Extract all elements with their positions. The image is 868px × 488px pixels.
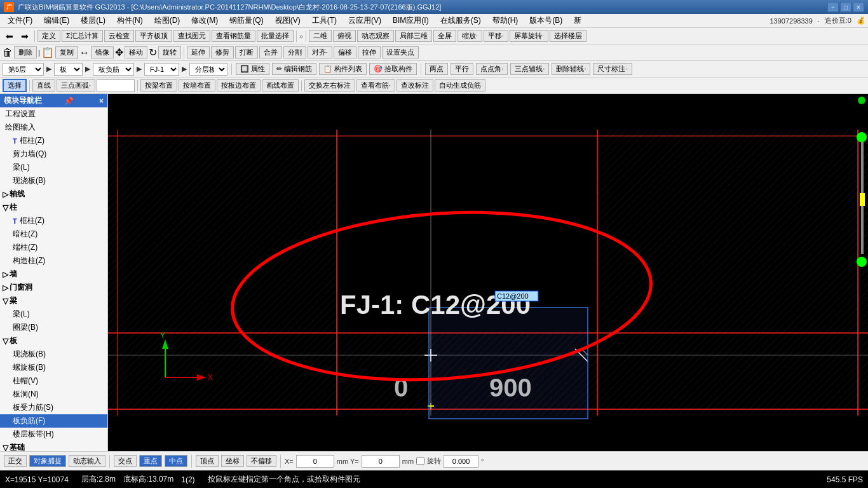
intersection-button[interactable]: 交点	[114, 455, 137, 467]
rebar-num-select[interactable]: FJ-1	[144, 63, 179, 76]
menu-component[interactable]: 构件(N)	[112, 14, 148, 27]
menu-bim[interactable]: BIM应用(I)	[388, 14, 434, 27]
vertex-button[interactable]: 顶点	[196, 455, 219, 467]
move-icon[interactable]: ✥	[115, 46, 123, 58]
by-wall-button[interactable]: 按墙布置	[179, 79, 215, 92]
menu-draw[interactable]: 绘图(D)	[149, 14, 186, 27]
dynamic-input-button[interactable]: 动态输入	[69, 455, 105, 467]
line-button[interactable]: 直线	[32, 79, 55, 92]
rotate-icon[interactable]: ↻	[149, 46, 157, 58]
midpoint-button[interactable]: 重点	[139, 455, 162, 467]
menu-cloud[interactable]: 云应用(V)	[343, 14, 386, 27]
top-view-button[interactable]: 俯视	[333, 30, 356, 42]
sidebar-child-floor-band[interactable]: 楼层板带(H)	[0, 428, 107, 441]
summary-button[interactable]: Σ汇总计算	[62, 30, 103, 42]
zoom-button[interactable]: 缩放·	[458, 30, 482, 42]
sidebar-child-shear-wall[interactable]: 剪力墙(Q)	[0, 147, 107, 161]
sidebar-group-slab[interactable]: ▽ 板	[0, 334, 107, 348]
maximize-button[interactable]: □	[840, 2, 851, 12]
level-board-button[interactable]: 平齐板顶	[135, 30, 172, 42]
canvas-area[interactable]: FJ-1: C12@200 C12@200 0 900 Y X	[108, 94, 868, 451]
rebar-type-select[interactable]: 板负筋	[93, 63, 134, 76]
local-3d-button[interactable]: 局部三维	[395, 30, 432, 42]
sidebar-group-column[interactable]: ▽ 柱	[0, 201, 107, 214]
split-button[interactable]: 分割	[283, 46, 306, 58]
sidebar-item-draw-input[interactable]: 绘图输入	[0, 121, 107, 134]
sidebar-child-cast-slab2[interactable]: 现浇板(B)	[0, 348, 107, 361]
sidebar-child-beam-quick[interactable]: 梁(L)	[0, 161, 107, 174]
two-point-button[interactable]: 两点	[425, 63, 448, 75]
coord-button[interactable]: 坐标	[221, 455, 244, 467]
mirror-icon[interactable]: ↔	[79, 47, 90, 58]
menu-version[interactable]: 版本号(B)	[524, 14, 567, 27]
menu-rebar[interactable]: 钢筋量(Q)	[224, 14, 268, 27]
menu-edit[interactable]: 编辑(E)	[39, 14, 74, 27]
extend-button[interactable]: 延伸	[187, 46, 210, 58]
sidebar-child-ring-beam[interactable]: 圈梁(B)	[0, 321, 107, 334]
menu-view[interactable]: 视图(V)	[270, 14, 306, 27]
define-button[interactable]: 定义	[37, 30, 60, 42]
sidebar-item-project-setup[interactable]: 工程设置	[0, 107, 107, 121]
copy-icon[interactable]: 📋	[41, 46, 54, 58]
cloud-check-button[interactable]: 云检查	[104, 30, 134, 42]
offset-button[interactable]: 偏移	[334, 46, 356, 58]
x-input[interactable]	[296, 455, 334, 468]
sidebar-child-beam[interactable]: 梁(L)	[0, 308, 107, 321]
find-elem-button[interactable]: 查找图元	[173, 30, 210, 42]
parallel-button[interactable]: 平行	[451, 63, 473, 75]
forward-icon[interactable]: ➡	[18, 29, 32, 43]
menu-help[interactable]: 帮助(H)	[487, 14, 524, 27]
by-beam-button[interactable]: 按梁布置	[140, 79, 177, 92]
rotate-checkbox[interactable]	[416, 457, 424, 465]
angle-button[interactable]: 点点角·	[476, 63, 508, 75]
pan-button[interactable]: 平移·	[484, 30, 508, 42]
fullscreen-button[interactable]: 全屏	[433, 30, 456, 42]
no-offset-button[interactable]: 不偏移	[247, 455, 276, 467]
sidebar-group-beam[interactable]: ▽ 梁	[0, 294, 107, 308]
sidebar-group-door-window[interactable]: ▷ 门窗洞	[0, 281, 107, 294]
three-point-button[interactable]: 三点辅线·	[510, 63, 549, 75]
move-button[interactable]: 移动	[125, 46, 147, 58]
delete-icon[interactable]: 🗑	[3, 47, 13, 58]
sidebar-group-axis[interactable]: ▷ 轴线	[0, 187, 107, 201]
select-floor-button[interactable]: 选择楼层	[550, 30, 587, 42]
y-input[interactable]	[362, 455, 400, 468]
sidebar-close-icon[interactable]: ×	[99, 97, 104, 105]
dist-select[interactable]: 分层板1	[189, 63, 227, 76]
menu-new[interactable]: 新	[569, 14, 587, 27]
sidebar-child-hidden-col[interactable]: 暗柱(Z)	[0, 227, 107, 241]
property-button[interactable]: 🔲 属性	[236, 63, 269, 75]
close-button[interactable]: ×	[853, 2, 864, 12]
minimize-button[interactable]: －	[827, 2, 839, 12]
menu-modify[interactable]: 修改(M)	[186, 14, 223, 27]
sidebar-pin-icon[interactable]: 📌	[64, 97, 74, 105]
dynamic-view-button[interactable]: 动态观察	[357, 30, 394, 42]
arc-input[interactable]	[97, 79, 135, 92]
menu-online[interactable]: 在线服务(S)	[435, 14, 486, 27]
trim-button[interactable]: 修剪	[211, 46, 234, 58]
orthogonal-button[interactable]: 正交	[4, 455, 27, 467]
merge-button[interactable]: 合并	[259, 46, 282, 58]
sidebar-child-slab-hole[interactable]: 板洞(N)	[0, 388, 107, 401]
by-board-edge-button[interactable]: 按板边布置	[217, 79, 261, 92]
select-mode-button[interactable]: 选择	[3, 79, 27, 92]
layer-select[interactable]: 第5层	[3, 63, 44, 76]
menu-file[interactable]: 文件(F)	[3, 14, 37, 27]
mirror-button[interactable]: 镜像	[91, 46, 114, 58]
check-label-button[interactable]: 查改标注	[397, 79, 433, 92]
delete-button[interactable]: 删除	[14, 46, 37, 58]
auto-gen-neg-button[interactable]: 自动生成负筋	[435, 79, 485, 92]
sidebar-child-col-cap[interactable]: 柱帽(V)	[0, 374, 107, 388]
arc-button[interactable]: 三点画弧·	[57, 79, 95, 92]
type-select[interactable]: 板	[54, 63, 83, 76]
center-button[interactable]: 中点	[165, 455, 187, 467]
swap-label-button[interactable]: 交换左右标注	[304, 79, 355, 92]
snap-button[interactable]: 对象捕捉	[29, 455, 66, 467]
batch-select-button[interactable]: 批量选择	[257, 30, 294, 42]
comp-list-button[interactable]: 📋 构件列表	[319, 63, 367, 75]
sidebar-child-construct-col[interactable]: 构造柱(Z)	[0, 254, 107, 268]
menu-floor[interactable]: 楼层(L)	[76, 14, 111, 27]
sidebar-child-end-col[interactable]: 端柱(Z)	[0, 241, 107, 254]
sidebar-group-wall[interactable]: ▷ 墙	[0, 268, 107, 281]
sidebar-group-foundation[interactable]: ▽ 基础	[0, 441, 107, 451]
